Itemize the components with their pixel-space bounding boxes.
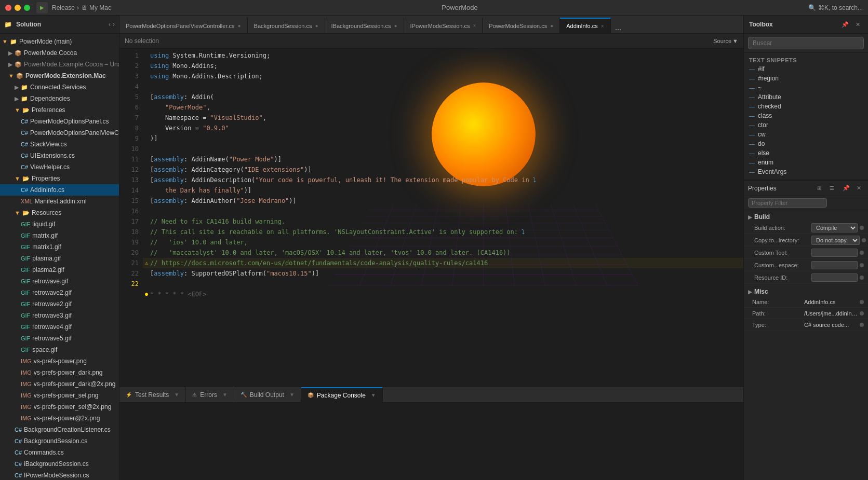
sidebar-item-powermodeoptions[interactable]: C# PowerModeOptionsPanel.cs <box>0 116 119 127</box>
sidebar-item-connected-services[interactable]: ▶ 📁 Connected Services <box>0 81 119 93</box>
sidebar-item-matrix1[interactable]: GIF matrix1.gif <box>0 241 119 253</box>
sidebar-item-background-listener[interactable]: C# BackgroundCreationListener.cs <box>0 424 119 435</box>
copy-to-directory-select[interactable]: Do not copy Copy always <box>811 236 860 245</box>
window-controls[interactable] <box>5 5 30 11</box>
tab-package-console[interactable]: 📦 Package Console ▼ <box>301 387 383 403</box>
sidebar-item-stackview[interactable]: C# StackView.cs <box>0 139 119 150</box>
build-action-select[interactable]: Compile None Content <box>811 223 858 232</box>
sidebar-nav-fwd[interactable]: › <box>113 21 115 28</box>
sidebar-item-retrowave2[interactable]: GIF retrowave2.gif <box>0 287 119 298</box>
sidebar-item-space[interactable]: GIF space.gif <box>0 344 119 355</box>
tab-errors[interactable]: ⚠ Errors ▼ <box>186 387 234 403</box>
sidebar-item-retrowave5[interactable]: GIF retrowave5.gif <box>0 333 119 344</box>
tab-close-icon[interactable]: ● <box>394 23 397 29</box>
sidebar-item-preferences[interactable]: ▼ 📂 Preferences <box>0 104 119 116</box>
tab-addininfo[interactable]: AddinInfo.cs × <box>560 18 610 33</box>
tab-test-results[interactable]: ⚡ Test Results ▼ <box>119 387 186 403</box>
source-selector[interactable]: Source ▼ <box>713 38 738 44</box>
toolbox-close-icon[interactable]: ✕ <box>852 19 863 30</box>
snippet-else[interactable]: — else <box>744 148 868 158</box>
close-button[interactable] <box>5 5 11 11</box>
tab-ipowermodesession[interactable]: IPowerModeSession.cs × <box>404 18 483 33</box>
snippet-do[interactable]: — do <box>744 139 868 148</box>
snippet-eventargs[interactable]: — EventArgs <box>744 167 868 176</box>
sidebar-item-viewhelper[interactable]: C# ViewHelper.cs <box>0 161 119 173</box>
sidebar-item-powermode-example[interactable]: ▶ 📦 PowerMode.Example.Cocoa – Unavai... <box>0 59 119 70</box>
sidebar-item-retrowave3[interactable]: GIF retrowave3.gif <box>0 310 119 321</box>
sidebar-item-commands[interactable]: C# Commands.cs <box>0 447 119 458</box>
snippet-region[interactable]: — #region <box>744 74 868 83</box>
sidebar-item-background-session[interactable]: C# BackgroundSession.cs <box>0 435 119 447</box>
sidebar-item-vs-prefs-2x[interactable]: IMG vs-prefs-power@2x.png <box>0 413 119 424</box>
sidebar-item-powermodeoptions-vc[interactable]: C# PowerModeOptionsPanelViewCont... <box>0 127 119 139</box>
sidebar-item-retrowave[interactable]: GIF retrowave.gif <box>0 276 119 287</box>
sidebar-item-matrix[interactable]: GIF matrix.gif <box>0 230 119 241</box>
tab-powermodesession[interactable]: PowerModeSession.cs ● <box>483 18 560 33</box>
sidebar-item-manifest[interactable]: XML Manifest.addin.xml <box>0 196 119 207</box>
sidebar-item-vs-prefs-power[interactable]: IMG vs-prefs-power.png <box>0 355 119 367</box>
tab-ibackgroundsession[interactable]: IBackgroundSession.cs ● <box>325 18 404 33</box>
sidebar-item-vs-prefs-sel2x[interactable]: IMG vs-prefs-power_sel@2x.png <box>0 401 119 413</box>
dropdown-icon[interactable]: ▼ <box>222 392 228 397</box>
build-group-header[interactable]: ▶ Build <box>744 212 868 222</box>
titlebar-search[interactable]: 🔍 ⌘K, to search... <box>808 4 863 11</box>
sidebar-item-powermode-cocoa[interactable]: ▶ 📦 PowerMode.Cocoa <box>0 47 119 59</box>
maximize-button[interactable] <box>24 5 30 11</box>
sidebar-item-resources[interactable]: ▼ 📂 Resources <box>0 207 119 218</box>
sidebar-item-addininfo[interactable]: C# AddinInfo.cs <box>0 184 119 196</box>
sidebar-item-plasma2[interactable]: GIF plasma2.gif <box>0 264 119 276</box>
snippet-enum[interactable]: — enum <box>744 158 868 167</box>
sidebar-item-vs-prefs-dark2x[interactable]: IMG vs-prefs-power_dark@2x.png <box>0 378 119 390</box>
sidebar-item-dependencies[interactable]: ▶ 📁 Dependencies <box>0 93 119 104</box>
tab-powermodeoptionspanel-vc[interactable]: PowerModeOptionsPanelViewController.cs ● <box>119 18 248 33</box>
sidebar-item-ipowermode[interactable]: C# IPowerModeSession.cs <box>0 470 119 480</box>
snippet-checked[interactable]: — checked <box>744 102 868 111</box>
properties-pin-icon[interactable]: 📌 <box>841 183 851 194</box>
properties-layout-list-icon[interactable]: ☰ <box>826 183 837 194</box>
sidebar-nav-back[interactable]: ‹ <box>109 21 111 28</box>
snippet-if[interactable]: — #if <box>744 64 868 74</box>
tab-close-icon[interactable]: ● <box>550 23 553 29</box>
toolbox-search-input[interactable] <box>748 37 864 49</box>
snippet-cw[interactable]: — cw <box>744 130 868 139</box>
resource-id-input[interactable] <box>811 273 858 282</box>
sidebar-item-vs-prefs-sel[interactable]: IMG vs-prefs-power_sel.png <box>0 390 119 401</box>
dropdown-icon[interactable]: ▼ <box>371 392 376 398</box>
tab-build-output[interactable]: 🔨 Build Output ▼ <box>234 387 301 403</box>
tab-backgroundsession[interactable]: BackgroundSession.cs ● <box>248 18 325 33</box>
misc-group-header[interactable]: ▶ Misc <box>744 287 868 296</box>
dropdown-icon[interactable]: ▼ <box>174 392 179 397</box>
toolbox-pin-icon[interactable]: 📌 <box>840 19 850 30</box>
snippet-ctor[interactable]: — ctor <box>744 120 868 130</box>
sidebar-item-uiextensions[interactable]: C# UIExtensions.cs <box>0 150 119 161</box>
snippet-tilde[interactable]: — ~ <box>744 83 868 92</box>
code-content[interactable]: using System.Runtime.Versioning; using M… <box>143 48 743 387</box>
snippet-class[interactable]: — class <box>744 111 868 120</box>
sidebar-item-liquid[interactable]: GIF liquid.gif <box>0 218 119 230</box>
tab-close-icon[interactable]: × <box>601 23 604 29</box>
tab-close-icon[interactable]: ● <box>238 23 241 29</box>
tab-overflow-menu[interactable]: ⋯ <box>611 26 625 33</box>
sidebar-item-ibackground[interactable]: C# iBackgroundSession.cs <box>0 458 119 470</box>
custom-tool-input[interactable] <box>811 249 858 257</box>
sidebar-item-properties[interactable]: ▼ 📂 Properties <box>0 173 119 184</box>
minimize-button[interactable] <box>15 5 21 11</box>
custom-namespace-input[interactable] <box>811 261 858 269</box>
code-editor[interactable]: 1234 5678 9101112 13141516 17181920 2122… <box>119 48 743 387</box>
dropdown-icon[interactable]: ▼ <box>289 392 295 397</box>
snippet-label: class <box>758 112 772 119</box>
play-button[interactable] <box>36 2 48 13</box>
tab-close-icon[interactable]: × <box>473 23 476 29</box>
sidebar-item-retrowave4[interactable]: GIF retrowave4.gif <box>0 321 119 333</box>
sidebar-item-powermode-ext[interactable]: ▼ 📦 PowerMode.Extension.Mac <box>0 70 119 81</box>
sidebar-item-vs-prefs-dark[interactable]: IMG vs-prefs-power_dark.png <box>0 367 119 378</box>
sidebar-item-powermode-main[interactable]: ▼ 📁 PowerMode (main) <box>0 36 119 47</box>
sidebar-item-retrowave2b[interactable]: GIF retrowave2.gif <box>0 298 119 310</box>
sidebar-item-plasma[interactable]: GIF plasma.gif <box>0 253 119 264</box>
toolbox-search[interactable] <box>744 34 868 53</box>
properties-layout-grid-icon[interactable]: ⊞ <box>814 183 824 194</box>
tab-close-icon[interactable]: ● <box>315 23 318 29</box>
properties-close-icon[interactable]: ✕ <box>853 183 864 194</box>
snippet-attribute[interactable]: — Attribute <box>744 92 868 102</box>
property-filter-input[interactable] <box>748 198 827 208</box>
